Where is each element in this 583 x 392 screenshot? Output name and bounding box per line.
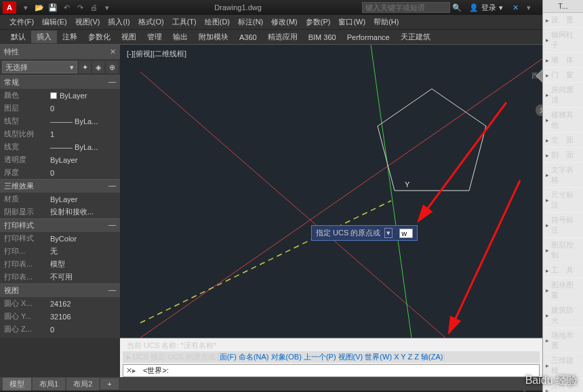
layout-tab-model[interactable]: 模型 bbox=[3, 378, 31, 391]
menu-format[interactable]: 格式(O) bbox=[134, 16, 168, 28]
cmd-input[interactable]: <世界>: bbox=[139, 365, 173, 376]
menu-file[interactable]: 文件(F) bbox=[5, 16, 38, 28]
menu-window[interactable]: 窗口(W) bbox=[334, 16, 369, 28]
palette-item[interactable]: ▸剖 面 bbox=[543, 148, 583, 163]
property-row[interactable]: 圆心 Y...32106 bbox=[0, 310, 120, 323]
palette-item[interactable]: ▸工 具 bbox=[543, 263, 583, 278]
cmd-option[interactable]: 命名(NA) bbox=[239, 353, 269, 361]
prop-value[interactable]: ByLayer bbox=[47, 154, 120, 165]
ribbon-tab[interactable]: 参数化 bbox=[83, 31, 116, 43]
user-icon[interactable]: 👤 bbox=[469, 3, 479, 12]
qat-save-icon[interactable]: 💾 bbox=[47, 1, 59, 14]
palette-tab[interactable]: T... bbox=[543, 0, 583, 13]
layout-tab[interactable]: 布局1 bbox=[33, 378, 65, 391]
ribbon-tab[interactable]: 天正建筑 bbox=[395, 31, 436, 43]
palette-item[interactable]: ▸房间屋顶 bbox=[543, 83, 583, 108]
property-row[interactable]: 打印...无 bbox=[0, 245, 120, 258]
qat-open-icon[interactable]: 📂 bbox=[33, 1, 45, 14]
palette-item[interactable]: ▸图层控制 bbox=[543, 238, 583, 263]
property-row[interactable]: 阴影显示投射和接收... bbox=[0, 205, 120, 218]
cmd-option[interactable]: 视图(V) bbox=[338, 353, 363, 361]
help-dropdown-icon[interactable]: ▾ bbox=[523, 1, 535, 14]
qat-undo-icon[interactable]: ↶ bbox=[60, 1, 73, 14]
menu-view[interactable]: 视图(V) bbox=[71, 16, 104, 28]
prop-value[interactable]: 32106 bbox=[47, 311, 120, 322]
palette-item[interactable]: ▸立 面 bbox=[543, 133, 583, 148]
search-input[interactable] bbox=[362, 2, 450, 13]
drawing-canvas[interactable]: [-][俯视][二维线框] Y X 指定 UCS 的原点或 ▾ 北 bbox=[120, 45, 583, 338]
ribbon-tab[interactable]: 精选应用 bbox=[262, 31, 303, 43]
property-row[interactable]: 圆心 X...24162 bbox=[0, 297, 120, 310]
prop-value[interactable]: 24162 bbox=[47, 298, 120, 309]
quick-select-icon[interactable]: ✦ bbox=[79, 61, 91, 73]
prop-value[interactable]: 无 bbox=[47, 246, 120, 257]
user-dropdown-icon[interactable]: ▾ bbox=[499, 3, 503, 12]
property-row[interactable]: 透明度ByLayer bbox=[0, 153, 120, 166]
palette-item[interactable]: ▸轴网柱子 bbox=[543, 28, 583, 53]
palette-item[interactable]: ▸墙 体 bbox=[543, 53, 583, 68]
property-row[interactable]: 图层0 bbox=[0, 102, 120, 115]
prop-value[interactable]: ——— ByLa... bbox=[47, 115, 120, 127]
prop-value[interactable]: 投射和接收... bbox=[47, 206, 120, 218]
menu-tools[interactable]: 工具(T) bbox=[168, 16, 201, 28]
tooltip-input[interactable] bbox=[399, 229, 413, 238]
property-row[interactable]: 圆心 Z...0 bbox=[0, 323, 120, 336]
login-link[interactable]: 登录 bbox=[481, 3, 496, 13]
prop-value[interactable]: 模型 bbox=[47, 258, 120, 270]
palette-item[interactable]: ▸三维建模 bbox=[543, 353, 583, 378]
app-logo[interactable]: A bbox=[3, 1, 16, 14]
property-row[interactable]: 材质ByLayer bbox=[0, 193, 120, 205]
command-window[interactable]: 当前 UCS 名称: *没有名称* ▸ UCS 指定 UCS 的原点或 [面(F… bbox=[120, 338, 542, 377]
property-row[interactable]: 线宽——— ByLa... bbox=[0, 140, 120, 153]
menu-help[interactable]: 帮助(H) bbox=[369, 16, 403, 28]
cmd-option[interactable]: Z bbox=[408, 353, 413, 361]
ribbon-tab[interactable]: 管理 bbox=[142, 31, 167, 43]
prop-value[interactable]: 不可用 bbox=[47, 271, 120, 283]
cmd-option[interactable]: 对象(OB) bbox=[271, 353, 302, 361]
palette-item[interactable]: ▸设 置 bbox=[543, 13, 583, 28]
selection-combo[interactable]: 无选择 ▾ bbox=[2, 61, 77, 73]
collapse-icon[interactable]: — bbox=[108, 286, 116, 296]
menu-edit[interactable]: 编辑(E) bbox=[38, 16, 71, 28]
layout-add-icon[interactable]: + bbox=[100, 378, 118, 389]
property-row[interactable]: 线型——— ByLa... bbox=[0, 115, 120, 128]
collapse-icon[interactable]: — bbox=[108, 220, 116, 231]
ribbon-tab[interactable]: 附加模块 bbox=[193, 31, 234, 43]
prop-value[interactable]: 0 bbox=[47, 324, 120, 335]
property-row[interactable]: 厚度0 bbox=[0, 166, 120, 179]
property-row[interactable]: 打印表...不可用 bbox=[0, 271, 120, 283]
palette-item[interactable]: ▸图块图案 bbox=[543, 278, 583, 303]
prop-value[interactable]: 0 bbox=[47, 167, 120, 178]
collapse-icon[interactable]: — bbox=[108, 77, 116, 87]
qat-more-icon[interactable]: ▾ bbox=[101, 1, 113, 14]
palette-item[interactable]: ▸符号标注 bbox=[543, 213, 583, 238]
menu-draw[interactable]: 绘图(D) bbox=[201, 16, 234, 28]
menu-modify[interactable]: 修改(M) bbox=[267, 16, 302, 28]
category-name[interactable]: 视图 bbox=[4, 286, 19, 296]
ribbon-tab[interactable]: 插入 bbox=[31, 31, 57, 43]
ribbon-tab[interactable]: 注释 bbox=[57, 31, 83, 43]
prop-value[interactable]: 0 bbox=[47, 102, 120, 114]
category-name[interactable]: 常规 bbox=[4, 77, 19, 87]
cmd-option[interactable]: Z 轴(ZA) bbox=[414, 353, 443, 361]
collapse-icon[interactable]: — bbox=[108, 181, 116, 191]
prop-value[interactable]: ByColor bbox=[47, 233, 120, 244]
ribbon-tab[interactable]: A360 bbox=[234, 32, 262, 43]
property-row[interactable]: 线型比例1 bbox=[0, 128, 120, 140]
qat-new-icon[interactable]: ▾ bbox=[20, 1, 32, 14]
palette-item[interactable]: ▸场地布置 bbox=[543, 328, 583, 353]
ribbon-tab[interactable]: 默认 bbox=[5, 31, 31, 43]
qat-print-icon[interactable]: 🖨 bbox=[87, 1, 100, 14]
category-name[interactable]: 打印样式 bbox=[4, 220, 34, 231]
ribbon-tab[interactable]: Performance bbox=[342, 32, 395, 43]
prop-value[interactable]: ——— ByLa... bbox=[47, 141, 120, 153]
menu-param[interactable]: 参数(P) bbox=[302, 16, 335, 28]
layout-tab[interactable]: 布局2 bbox=[66, 378, 99, 391]
palette-item[interactable]: ▸楼梯其他 bbox=[543, 108, 583, 133]
palette-item[interactable]: ▸尺寸标注 bbox=[543, 188, 583, 213]
panel-close-icon[interactable]: ✕ bbox=[110, 47, 116, 56]
cmd-option[interactable]: 上一个(P) bbox=[304, 353, 336, 361]
prop-value[interactable]: 1 bbox=[47, 128, 120, 140]
ribbon-tab[interactable]: 输出 bbox=[167, 31, 193, 43]
menu-dim[interactable]: 标注(N) bbox=[234, 16, 267, 28]
